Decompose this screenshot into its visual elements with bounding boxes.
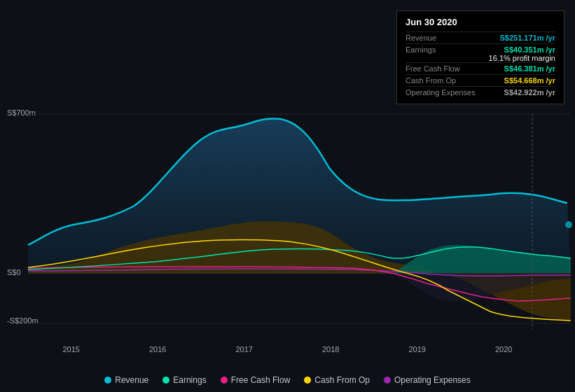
x-label-2016: 2016 (149, 345, 166, 354)
tooltip-value-cfo: S$54.668m /yr (504, 76, 555, 85)
x-label-2019: 2019 (409, 345, 426, 354)
data-tooltip: Jun 30 2020 Revenue S$251.171m /yr Earni… (396, 10, 564, 104)
legend-item-earnings[interactable]: Earnings (162, 375, 206, 385)
tooltip-margin: 16.1% profit margin (406, 54, 555, 62)
x-label-2015: 2015 (63, 345, 80, 354)
legend-label-revenue: Revenue (115, 375, 148, 385)
legend-dot-opex (384, 377, 391, 384)
tooltip-value-opex: S$42.922m /yr (504, 88, 555, 97)
x-label-2017: 2017 (236, 345, 253, 354)
tooltip-label-opex: Operating Expenses (406, 88, 476, 97)
chart-legend: Revenue Earnings Free Cash Flow Cash Fro… (0, 375, 575, 385)
legend-item-cfo[interactable]: Cash From Op (304, 375, 370, 385)
tooltip-value-fcf: S$46.381m /yr (504, 64, 555, 73)
tooltip-label-earnings: Earnings (406, 46, 436, 54)
tooltip-row-cfo: Cash From Op S$54.668m /yr (406, 74, 555, 86)
tooltip-label-revenue: Revenue (406, 34, 436, 42)
legend-dot-fcf (221, 377, 228, 384)
x-axis-labels: 2015 2016 2017 2018 2019 2020 (0, 345, 575, 354)
legend-item-fcf[interactable]: Free Cash Flow (221, 375, 291, 385)
legend-label-opex: Operating Expenses (394, 375, 471, 385)
legend-item-revenue[interactable]: Revenue (104, 375, 148, 385)
legend-dot-cfo (304, 377, 311, 384)
legend-label-fcf: Free Cash Flow (231, 375, 291, 385)
tooltip-row-revenue: Revenue S$251.171m /yr (406, 31, 555, 43)
tooltip-label-cfo: Cash From Op (406, 76, 456, 85)
tooltip-value-revenue: S$251.171m /yr (499, 34, 555, 42)
x-label-2020: 2020 (495, 345, 512, 354)
tooltip-title: Jun 30 2020 (406, 17, 555, 27)
x-label-2018: 2018 (322, 345, 339, 354)
legend-label-cfo: Cash From Op (314, 375, 370, 385)
legend-dot-earnings (162, 377, 169, 384)
tooltip-row-fcf: Free Cash Flow S$46.381m /yr (406, 62, 555, 74)
svg-point-3 (565, 221, 572, 228)
legend-dot-revenue (104, 377, 111, 384)
legend-item-opex[interactable]: Operating Expenses (384, 375, 471, 385)
legend-label-earnings: Earnings (173, 375, 206, 385)
tooltip-value-earnings: S$40.351m /yr (504, 46, 555, 54)
tooltip-row-opex: Operating Expenses S$42.922m /yr (406, 86, 555, 98)
tooltip-label-fcf: Free Cash Flow (406, 64, 460, 73)
